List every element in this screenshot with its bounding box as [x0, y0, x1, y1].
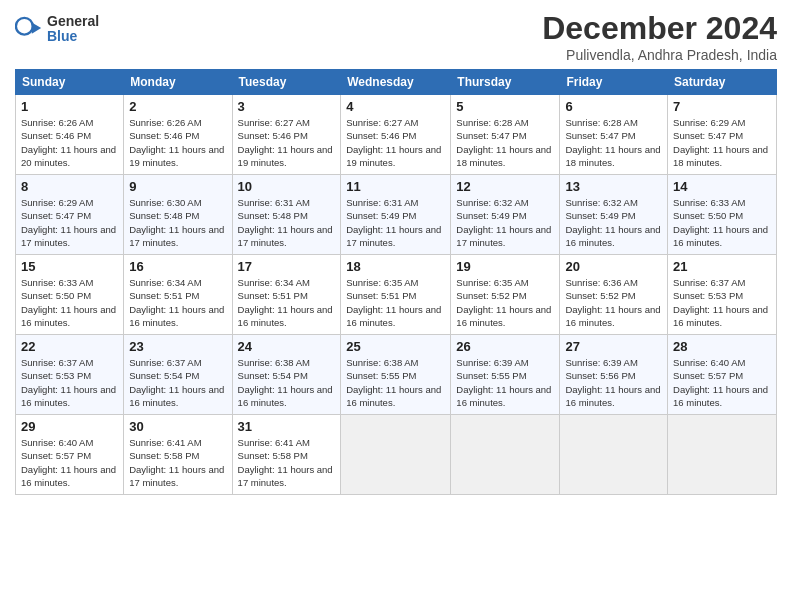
calendar-cell: 21Sunrise: 6:37 AM Sunset: 5:53 PM Dayli…	[668, 255, 777, 335]
calendar-cell: 10Sunrise: 6:31 AM Sunset: 5:48 PM Dayli…	[232, 175, 341, 255]
day-number: 4	[346, 99, 445, 114]
day-info: Sunrise: 6:37 AM Sunset: 5:54 PM Dayligh…	[129, 356, 226, 409]
day-number: 6	[565, 99, 662, 114]
calendar-cell: 31Sunrise: 6:41 AM Sunset: 5:58 PM Dayli…	[232, 415, 341, 495]
calendar-header-friday: Friday	[560, 70, 668, 95]
day-info: Sunrise: 6:37 AM Sunset: 5:53 PM Dayligh…	[673, 276, 771, 329]
day-info: Sunrise: 6:29 AM Sunset: 5:47 PM Dayligh…	[21, 196, 118, 249]
calendar-cell: 20Sunrise: 6:36 AM Sunset: 5:52 PM Dayli…	[560, 255, 668, 335]
day-number: 19	[456, 259, 554, 274]
month-title: December 2024	[542, 10, 777, 47]
calendar-week-1: 1Sunrise: 6:26 AM Sunset: 5:46 PM Daylig…	[16, 95, 777, 175]
day-number: 13	[565, 179, 662, 194]
calendar-cell: 7Sunrise: 6:29 AM Sunset: 5:47 PM Daylig…	[668, 95, 777, 175]
day-number: 18	[346, 259, 445, 274]
day-info: Sunrise: 6:38 AM Sunset: 5:54 PM Dayligh…	[238, 356, 336, 409]
calendar-cell	[451, 415, 560, 495]
day-info: Sunrise: 6:39 AM Sunset: 5:56 PM Dayligh…	[565, 356, 662, 409]
logo-text: General Blue	[47, 14, 99, 45]
day-number: 24	[238, 339, 336, 354]
day-number: 11	[346, 179, 445, 194]
calendar-cell: 23Sunrise: 6:37 AM Sunset: 5:54 PM Dayli…	[124, 335, 232, 415]
calendar-cell: 25Sunrise: 6:38 AM Sunset: 5:55 PM Dayli…	[341, 335, 451, 415]
day-info: Sunrise: 6:40 AM Sunset: 5:57 PM Dayligh…	[21, 436, 118, 489]
day-number: 23	[129, 339, 226, 354]
day-info: Sunrise: 6:36 AM Sunset: 5:52 PM Dayligh…	[565, 276, 662, 329]
calendar-week-5: 29Sunrise: 6:40 AM Sunset: 5:57 PM Dayli…	[16, 415, 777, 495]
calendar-cell: 27Sunrise: 6:39 AM Sunset: 5:56 PM Dayli…	[560, 335, 668, 415]
day-info: Sunrise: 6:39 AM Sunset: 5:55 PM Dayligh…	[456, 356, 554, 409]
day-number: 1	[21, 99, 118, 114]
day-number: 21	[673, 259, 771, 274]
day-info: Sunrise: 6:34 AM Sunset: 5:51 PM Dayligh…	[238, 276, 336, 329]
calendar-header-monday: Monday	[124, 70, 232, 95]
day-number: 7	[673, 99, 771, 114]
day-info: Sunrise: 6:35 AM Sunset: 5:51 PM Dayligh…	[346, 276, 445, 329]
day-info: Sunrise: 6:37 AM Sunset: 5:53 PM Dayligh…	[21, 356, 118, 409]
day-info: Sunrise: 6:28 AM Sunset: 5:47 PM Dayligh…	[456, 116, 554, 169]
logo: General Blue	[15, 14, 99, 45]
calendar-cell: 14Sunrise: 6:33 AM Sunset: 5:50 PM Dayli…	[668, 175, 777, 255]
logo-blue-text: Blue	[47, 29, 99, 44]
day-number: 17	[238, 259, 336, 274]
calendar-cell: 11Sunrise: 6:31 AM Sunset: 5:49 PM Dayli…	[341, 175, 451, 255]
day-info: Sunrise: 6:32 AM Sunset: 5:49 PM Dayligh…	[456, 196, 554, 249]
day-info: Sunrise: 6:26 AM Sunset: 5:46 PM Dayligh…	[129, 116, 226, 169]
day-number: 8	[21, 179, 118, 194]
day-info: Sunrise: 6:33 AM Sunset: 5:50 PM Dayligh…	[673, 196, 771, 249]
calendar-cell: 5Sunrise: 6:28 AM Sunset: 5:47 PM Daylig…	[451, 95, 560, 175]
day-info: Sunrise: 6:27 AM Sunset: 5:46 PM Dayligh…	[346, 116, 445, 169]
day-info: Sunrise: 6:38 AM Sunset: 5:55 PM Dayligh…	[346, 356, 445, 409]
calendar-header-tuesday: Tuesday	[232, 70, 341, 95]
calendar-cell	[668, 415, 777, 495]
calendar-cell: 17Sunrise: 6:34 AM Sunset: 5:51 PM Dayli…	[232, 255, 341, 335]
day-info: Sunrise: 6:29 AM Sunset: 5:47 PM Dayligh…	[673, 116, 771, 169]
day-info: Sunrise: 6:40 AM Sunset: 5:57 PM Dayligh…	[673, 356, 771, 409]
day-number: 22	[21, 339, 118, 354]
day-number: 16	[129, 259, 226, 274]
calendar-cell: 15Sunrise: 6:33 AM Sunset: 5:50 PM Dayli…	[16, 255, 124, 335]
calendar-cell: 13Sunrise: 6:32 AM Sunset: 5:49 PM Dayli…	[560, 175, 668, 255]
calendar-cell	[341, 415, 451, 495]
calendar-cell: 26Sunrise: 6:39 AM Sunset: 5:55 PM Dayli…	[451, 335, 560, 415]
calendar-cell: 8Sunrise: 6:29 AM Sunset: 5:47 PM Daylig…	[16, 175, 124, 255]
calendar-cell: 4Sunrise: 6:27 AM Sunset: 5:46 PM Daylig…	[341, 95, 451, 175]
calendar-cell: 30Sunrise: 6:41 AM Sunset: 5:58 PM Dayli…	[124, 415, 232, 495]
calendar-cell: 28Sunrise: 6:40 AM Sunset: 5:57 PM Dayli…	[668, 335, 777, 415]
calendar-header-wednesday: Wednesday	[341, 70, 451, 95]
day-number: 3	[238, 99, 336, 114]
day-number: 28	[673, 339, 771, 354]
day-number: 9	[129, 179, 226, 194]
calendar-header-sunday: Sunday	[16, 70, 124, 95]
day-number: 12	[456, 179, 554, 194]
calendar-cell: 6Sunrise: 6:28 AM Sunset: 5:47 PM Daylig…	[560, 95, 668, 175]
day-info: Sunrise: 6:41 AM Sunset: 5:58 PM Dayligh…	[129, 436, 226, 489]
calendar-cell: 16Sunrise: 6:34 AM Sunset: 5:51 PM Dayli…	[124, 255, 232, 335]
day-number: 14	[673, 179, 771, 194]
calendar-cell: 18Sunrise: 6:35 AM Sunset: 5:51 PM Dayli…	[341, 255, 451, 335]
svg-marker-1	[32, 23, 41, 34]
calendar-cell: 1Sunrise: 6:26 AM Sunset: 5:46 PM Daylig…	[16, 95, 124, 175]
day-info: Sunrise: 6:32 AM Sunset: 5:49 PM Dayligh…	[565, 196, 662, 249]
header: General Blue December 2024 Pulivendla, A…	[15, 10, 777, 63]
calendar-week-2: 8Sunrise: 6:29 AM Sunset: 5:47 PM Daylig…	[16, 175, 777, 255]
calendar-cell: 22Sunrise: 6:37 AM Sunset: 5:53 PM Dayli…	[16, 335, 124, 415]
logo-icon	[15, 15, 43, 43]
calendar-cell: 3Sunrise: 6:27 AM Sunset: 5:46 PM Daylig…	[232, 95, 341, 175]
day-info: Sunrise: 6:31 AM Sunset: 5:48 PM Dayligh…	[238, 196, 336, 249]
calendar-week-3: 15Sunrise: 6:33 AM Sunset: 5:50 PM Dayli…	[16, 255, 777, 335]
day-number: 2	[129, 99, 226, 114]
main-container: General Blue December 2024 Pulivendla, A…	[0, 0, 792, 612]
day-number: 15	[21, 259, 118, 274]
location: Pulivendla, Andhra Pradesh, India	[542, 47, 777, 63]
calendar-cell: 29Sunrise: 6:40 AM Sunset: 5:57 PM Dayli…	[16, 415, 124, 495]
day-number: 30	[129, 419, 226, 434]
day-number: 25	[346, 339, 445, 354]
calendar-cell: 12Sunrise: 6:32 AM Sunset: 5:49 PM Dayli…	[451, 175, 560, 255]
day-number: 26	[456, 339, 554, 354]
day-info: Sunrise: 6:41 AM Sunset: 5:58 PM Dayligh…	[238, 436, 336, 489]
calendar-table: SundayMondayTuesdayWednesdayThursdayFrid…	[15, 69, 777, 495]
day-info: Sunrise: 6:30 AM Sunset: 5:48 PM Dayligh…	[129, 196, 226, 249]
day-info: Sunrise: 6:31 AM Sunset: 5:49 PM Dayligh…	[346, 196, 445, 249]
day-number: 20	[565, 259, 662, 274]
